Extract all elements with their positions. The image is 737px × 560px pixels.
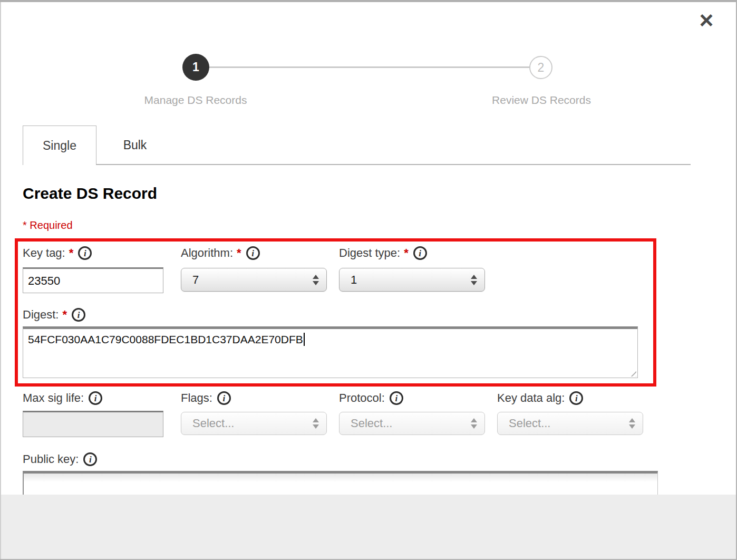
flags-info-icon[interactable]: i [217,391,231,405]
step-2-circle: 2 [529,56,552,79]
key-data-alg-info-icon[interactable]: i [569,391,583,405]
page-title: Create DS Record [23,185,157,202]
key-tag-value: 23550 [28,274,60,288]
flags-label-row: Flags: i [181,391,231,405]
select-spinner-icon [471,412,477,435]
flags-label: Flags: [181,391,212,405]
digest-type-label-row: Digest type: * i [339,246,427,260]
algorithm-required-asterisk: * [237,246,241,260]
key-tag-input[interactable]: 23550 [23,267,163,293]
tab-single-label: Single [43,139,76,153]
close-button[interactable]: × [694,7,719,33]
digest-type-info-icon[interactable]: i [413,246,427,260]
algorithm-label: Algorithm: [181,246,233,260]
protocol-placeholder: Select... [351,417,392,430]
key-data-alg-label-row: Key data alg: i [497,391,583,405]
select-spinner-icon [313,268,319,291]
select-spinner-icon [629,412,635,435]
resize-handle-icon[interactable] [628,369,636,376]
algorithm-info-icon[interactable]: i [246,246,260,260]
key-data-alg-placeholder: Select... [509,417,550,430]
digest-label-row: Digest: * i [23,308,85,322]
step-1-number: 1 [192,60,199,74]
public-key-label: Public key: [23,452,79,466]
protocol-label: Protocol: [339,391,385,405]
digest-type-required-asterisk: * [404,246,409,260]
max-sig-life-label: Max sig life: [23,391,84,405]
max-sig-life-info-icon[interactable]: i [89,391,102,405]
create-ds-record-modal: × 1 2 Manage DS Records Review DS Record… [0,0,737,560]
protocol-select[interactable]: Select... [339,412,485,435]
algorithm-value: 7 [192,273,199,287]
select-spinner-icon [313,412,319,435]
max-sig-life-input[interactable] [23,411,163,437]
public-key-label-row: Public key: i [23,452,97,466]
tab-underline [96,164,691,165]
flags-placeholder: Select... [192,417,234,430]
digest-type-value: 1 [351,273,357,287]
digest-info-icon[interactable]: i [72,308,85,322]
text-cursor [304,333,305,346]
digest-required-asterisk: * [62,308,67,322]
step-2-number: 2 [538,61,545,75]
flags-select[interactable]: Select... [181,412,327,435]
close-icon: × [700,8,714,32]
digest-textarea[interactable]: 54FCF030AA1C79C0088FDEC1BD1C37DAA2E70DFB [23,326,638,378]
tab-bulk[interactable]: Bulk [96,125,173,165]
step-1-label: Manage DS Records [132,94,259,107]
digest-type-select[interactable]: 1 [339,268,485,292]
modal-left-border [0,2,1,560]
step-2-label: Review DS Records [478,94,605,107]
algorithm-label-row: Algorithm: * i [181,246,260,260]
key-data-alg-select[interactable]: Select... [497,412,643,435]
required-note: * Required [23,219,73,231]
digest-value: 54FCF030AA1C79C0088FDEC1BD1C37DAA2E70DFB [28,333,303,345]
tab-bulk-label: Bulk [123,138,147,152]
key-tag-label: Key tag: [23,246,65,260]
key-tag-label-row: Key tag: * i [23,246,92,260]
digest-type-label: Digest type: [339,246,400,260]
tab-single[interactable]: Single [23,125,96,165]
stepper-connector-line [209,66,530,68]
select-spinner-icon [471,268,477,291]
max-sig-life-label-row: Max sig life: i [23,391,102,405]
digest-label: Digest: [23,308,59,322]
modal-top-border [0,0,737,2]
step-1-circle: 1 [182,54,209,81]
public-key-textarea[interactable] [23,471,658,495]
protocol-info-icon[interactable]: i [390,391,403,405]
key-data-alg-label: Key data alg: [497,391,565,405]
public-key-info-icon[interactable]: i [83,452,97,466]
protocol-label-row: Protocol: i [339,391,403,405]
algorithm-select[interactable]: 7 [181,268,327,292]
key-tag-required-asterisk: * [69,246,74,260]
key-tag-info-icon[interactable]: i [78,246,92,260]
modal-footer: Cancel Back Next [1,495,736,559]
